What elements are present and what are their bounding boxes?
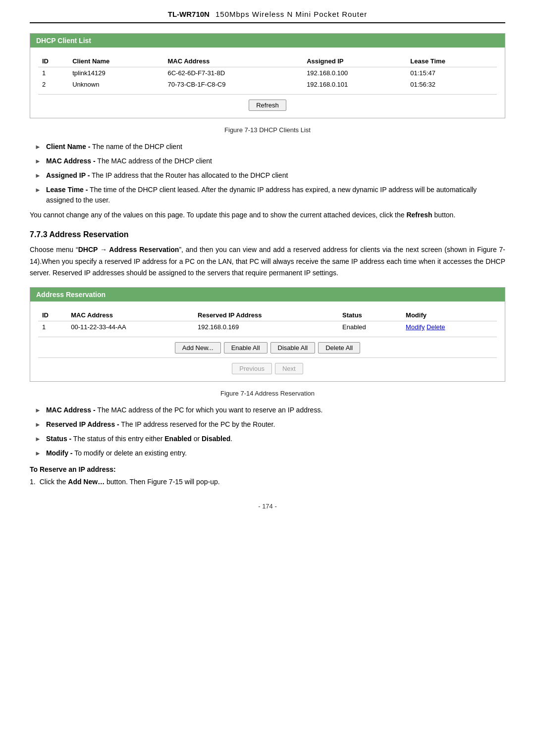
- cell-lease: 01:15:47: [406, 67, 497, 79]
- ar-status-enabled: Enabled: [164, 435, 191, 443]
- col-id: ID: [38, 55, 68, 67]
- dhcp-bullet-item: ►MAC Address - The MAC address of the DH…: [35, 156, 505, 166]
- bullet-arrow-icon: ►: [35, 405, 41, 415]
- dhcp-panel-body: ID Client Name MAC Address Assigned IP L…: [30, 48, 505, 118]
- reserve-step-item: 1.Click the Add New… button. Then Figure…: [30, 476, 505, 487]
- dhcp-bullet-item: ►Assigned IP - The IP address that the R…: [35, 170, 505, 181]
- ar-bullet-text: Reserved IP Address - The IP address res…: [46, 419, 275, 430]
- ar-table: ID MAC Address Reserved IP Address Statu…: [38, 309, 497, 333]
- ar-cell-ip: 192.168.0.169: [194, 321, 338, 333]
- cell-ip: 192.168.0.101: [303, 79, 406, 90]
- ar-cell-id: 1: [38, 321, 67, 333]
- ar-action-buttons: Add New... Enable All Disable All Delete…: [38, 342, 497, 353]
- bullet-arrow-icon: ►: [35, 142, 41, 152]
- delete-link[interactable]: Delete: [427, 323, 445, 331]
- col-client-name: Client Name: [68, 55, 163, 67]
- cell-mac: 6C-62-6D-F7-31-8D: [163, 67, 303, 79]
- delete-all-button[interactable]: Delete All: [318, 342, 360, 353]
- bullet-text: Client Name - The name of the DHCP clien…: [46, 142, 182, 152]
- cell-mac: 70-73-CB-1F-C8-C9: [163, 79, 303, 90]
- bullet-arrow-icon: ►: [35, 434, 41, 444]
- cell-client-name: tplink14129: [68, 67, 163, 79]
- previous-button[interactable]: Previous: [232, 363, 272, 374]
- intro-bold: DHCP → Address Reservation: [78, 246, 179, 253]
- dhcp-refresh-row: Refresh: [38, 100, 497, 111]
- model-name: TL-WR710N: [168, 10, 210, 18]
- ar-status-disabled: Disabled: [202, 435, 230, 443]
- ar-bullet-label: Status -: [46, 435, 71, 443]
- fig14-caption: Figure 7-14 Address Reservation: [30, 390, 505, 397]
- cell-lease: 01:56:32: [406, 79, 497, 90]
- bullet-arrow-icon: ►: [35, 449, 41, 458]
- reserve-steps-list: 1.Click the Add New… button. Then Figure…: [30, 476, 505, 487]
- cell-client-name: Unknown: [68, 79, 163, 90]
- ar-bullet-text: Modify - To modify or delete an existing…: [46, 448, 187, 458]
- bullet-label: MAC Address -: [46, 157, 96, 165]
- ar-panel-body: ID MAC Address Reserved IP Address Statu…: [30, 302, 505, 381]
- ar-table-row: 1 00-11-22-33-44-AA 192.168.0.169 Enable…: [38, 321, 497, 333]
- bullet-text: Assigned IP - The IP address that the Ro…: [46, 170, 288, 181]
- step-number: 1.: [30, 476, 36, 487]
- ar-bullet-text: MAC Address - The MAC address of the PC …: [46, 405, 322, 415]
- dhcp-body-bold: Refresh: [406, 211, 432, 219]
- bullet-label: Assigned IP -: [46, 171, 90, 179]
- section-773-intro: Choose menu “DHCP → Address Reservation”…: [30, 244, 505, 279]
- cell-ip: 192.168.0.100: [303, 67, 406, 79]
- col-mac-address: MAC Address: [163, 55, 303, 67]
- ar-col-modify: Modify: [402, 309, 497, 321]
- dhcp-bullet-list: ►Client Name - The name of the DHCP clie…: [35, 142, 505, 205]
- bullet-arrow-icon: ►: [35, 185, 41, 195]
- cell-id: 2: [38, 79, 68, 90]
- ar-bullet-label: Modify -: [46, 449, 73, 457]
- ar-cell-modify: Modify Delete: [402, 321, 497, 333]
- intro-text1: Choose menu “: [30, 246, 78, 253]
- ar-bullet-item: ►Modify - To modify or delete an existin…: [35, 448, 505, 458]
- bullet-label: Lease Time -: [46, 186, 88, 194]
- dhcp-bullet-item: ►Lease Time - The time of the DHCP clien…: [35, 185, 505, 205]
- bullet-label: Client Name -: [46, 143, 90, 151]
- next-button[interactable]: Next: [275, 363, 303, 374]
- ar-bullet-list: ►MAC Address - The MAC address of the PC…: [35, 405, 505, 458]
- reserve-heading: To Reserve an IP address:: [30, 465, 505, 473]
- ar-cell-status: Enabled: [338, 321, 402, 333]
- dhcp-client-list-panel: DHCP Client List ID Client Name MAC Addr…: [30, 33, 505, 118]
- bullet-text: Lease Time - The time of the DHCP client…: [46, 185, 505, 205]
- ar-bullet-item: ►Reserved IP Address - The IP address re…: [35, 419, 505, 430]
- dhcp-body-paragraph: You cannot change any of the values on t…: [30, 209, 505, 221]
- ar-col-status: Status: [338, 309, 402, 321]
- disable-all-button[interactable]: Disable All: [270, 342, 316, 353]
- ar-bullet-label: MAC Address -: [46, 406, 96, 414]
- ar-col-mac: MAC Address: [67, 309, 194, 321]
- add-new-button[interactable]: Add New...: [175, 342, 221, 353]
- dhcp-body-text2: button.: [432, 211, 456, 219]
- modify-link[interactable]: Modify: [406, 323, 425, 331]
- step-bold: Add New…: [68, 478, 105, 486]
- page-header: TL-WR710N 150Mbps Wireless N Mini Pocket…: [30, 10, 505, 23]
- dhcp-table-row: 2 Unknown 70-73-CB-1F-C8-C9 192.168.0.10…: [38, 79, 497, 90]
- bullet-arrow-icon: ►: [35, 156, 41, 166]
- bullet-arrow-icon: ►: [35, 420, 41, 430]
- dhcp-client-table: ID Client Name MAC Address Assigned IP L…: [38, 55, 497, 90]
- dhcp-bullet-item: ►Client Name - The name of the DHCP clie…: [35, 142, 505, 152]
- step-text: Click the Add New… button. Then Figure 7…: [40, 476, 220, 487]
- ar-bullet-label: Reserved IP Address -: [46, 420, 119, 428]
- ar-bullet-text: Status - The status of this entry either…: [46, 434, 232, 444]
- ar-panel-title: Address Reservation: [30, 288, 505, 302]
- ar-bullet-item: ►MAC Address - The MAC address of the PC…: [35, 405, 505, 415]
- refresh-button[interactable]: Refresh: [249, 100, 286, 111]
- ar-col-ip: Reserved IP Address: [194, 309, 338, 321]
- col-lease-time: Lease Time: [406, 55, 497, 67]
- fig13-caption: Figure 7-13 DHCP Clients List: [30, 126, 505, 134]
- ar-nav-buttons: Previous Next: [38, 363, 497, 374]
- ar-col-id: ID: [38, 309, 67, 321]
- dhcp-panel-title: DHCP Client List: [30, 34, 505, 48]
- ar-cell-mac: 00-11-22-33-44-AA: [67, 321, 194, 333]
- ar-bullet-item: ►Status - The status of this entry eithe…: [35, 434, 505, 444]
- address-reservation-panel: Address Reservation ID MAC Address Reser…: [30, 287, 505, 382]
- bullet-arrow-icon: ►: [35, 171, 41, 181]
- model-description: 150Mbps Wireless N Mini Pocket Router: [215, 10, 367, 18]
- col-assigned-ip: Assigned IP: [303, 55, 406, 67]
- enable-all-button[interactable]: Enable All: [224, 342, 268, 353]
- dhcp-body-text1: You cannot change any of the values on t…: [30, 211, 406, 219]
- bullet-text: MAC Address - The MAC address of the DHC…: [46, 156, 212, 166]
